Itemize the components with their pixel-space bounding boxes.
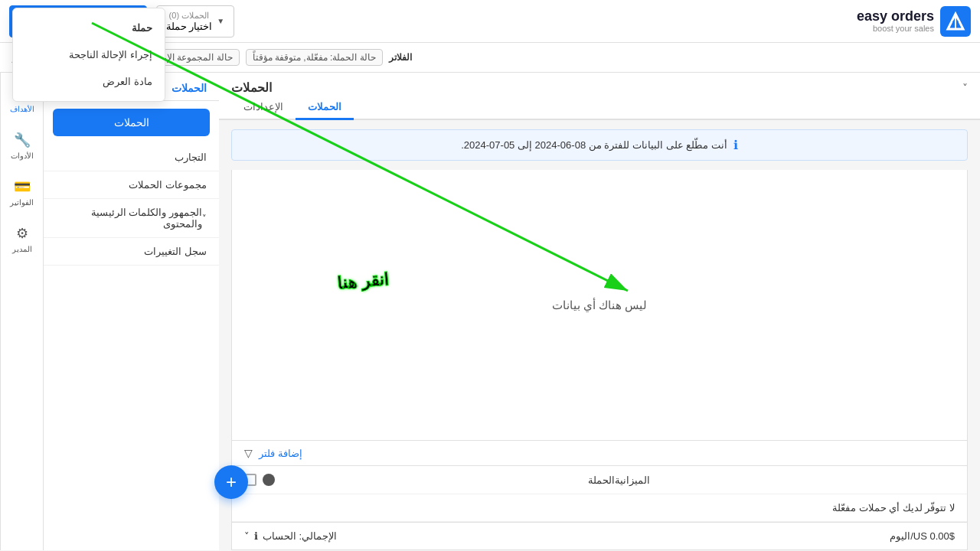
campaign-section-header: ˅ الحملات	[219, 73, 980, 95]
col-campaign-header: الحملة	[275, 474, 615, 486]
no-campaigns-text: لا تتوفّر لديك أي حملات مفعّلة	[832, 502, 955, 514]
tools-label: الأدوات	[11, 152, 34, 160]
mid-panel: الحملات الحملات التجارب مجموعات الحملات …	[43, 73, 219, 550]
card-icon: 💳	[14, 178, 31, 195]
logo: easy orders boost your sales	[802, 6, 971, 37]
campaign-section-title: الحملات	[231, 80, 272, 95]
logo-sub-text: boost your sales	[857, 24, 934, 33]
no-data-area: ليس هناك أي بيانات	[231, 170, 968, 441]
logo-text: easy orders boost your sales	[857, 9, 934, 34]
fab-add-button[interactable]: +	[214, 465, 248, 499]
filter-funnel-icon[interactable]: ▽	[244, 447, 253, 459]
col-budget-header: الميزانية	[615, 474, 955, 486]
total-label: الإجمالي: الحساب	[263, 530, 337, 542]
audience-label: الجمهور والكلمات الرئيسية والمحتوى	[56, 207, 202, 230]
total-value: $US 0.00/اليوم	[890, 530, 955, 542]
expand-chevron-icon[interactable]: ˅	[244, 530, 250, 542]
popup-item-asset[interactable]: مادة العرض	[13, 68, 165, 95]
main-layout: ˅ الحملات الحملات الإعدادات ℹ أنت مطّلع …	[0, 73, 980, 550]
plus-icon: +	[226, 471, 237, 493]
tools-icon: 🔧	[14, 132, 31, 148]
no-campaigns-row: لا تتوفّر لديك أي حملات مفعّلة	[232, 494, 967, 522]
audience-chevron-icon: ˅	[202, 214, 207, 223]
popup-item-campaign[interactable]: حملة	[13, 15, 165, 41]
table-toggle-controls	[244, 474, 275, 486]
table-filter-bar: إضافة فلتر ▽	[231, 441, 968, 466]
mid-panel-changes[interactable]: سجل التغييرات	[44, 238, 219, 266]
info-icon: ℹ	[733, 138, 738, 152]
no-data-text: ليس هناك أي بيانات	[552, 298, 648, 312]
settings-gear-icon: ⚙	[16, 225, 28, 242]
sidebar-item-tools[interactable]: 🔧 الأدوات	[11, 132, 34, 160]
mid-panel-campaign-groups[interactable]: مجموعات الحملات	[44, 171, 219, 199]
mid-panel-experiments[interactable]: التجارب	[44, 144, 219, 171]
filter-label: الفلاتر	[389, 52, 412, 63]
mid-panel-audience-section[interactable]: ˅ الجمهور والكلمات الرئيسية والمحتوى	[44, 199, 219, 238]
sidebar-item-invoices[interactable]: 💳 الفواتير	[10, 178, 34, 207]
info-text: أنت مطّلع على البيانات للفترة من 08-06-2…	[461, 139, 727, 151]
tab-settings[interactable]: الإعدادات	[231, 95, 296, 119]
total-label-area: الإجمالي: الحساب ℹ ˅	[244, 530, 337, 542]
campaign-selector-btn[interactable]: ▼ الحملات (0) اختيار حملة	[156, 5, 235, 37]
campaigns-table: الميزانية الحملة لا تتوفّر لديك أي حملات…	[231, 466, 968, 523]
toggle-circle[interactable]	[263, 474, 275, 486]
tabs: الحملات الإعدادات	[219, 95, 980, 120]
logo-icon	[940, 6, 971, 37]
tab-campaigns[interactable]: الحملات	[296, 95, 354, 119]
collapse-chevron-icon[interactable]: ˅	[962, 82, 968, 94]
icon-sidebar: 🎯 الأهداف 🔧 الأدوات 💳 الفواتير ⚙ المدير	[0, 73, 43, 550]
add-filter-btn[interactable]: إضافة فلتر	[259, 448, 302, 459]
info-bar: ℹ أنت مطّلع على البيانات للفترة من 08-06…	[231, 129, 968, 161]
popup-item-conversion[interactable]: إجراء الإحالة الناجحة	[13, 41, 165, 68]
info-circle-icon: ℹ	[254, 530, 258, 542]
invoices-label: الفواتير	[10, 198, 34, 207]
popup-menu: حملة إجراء الإحالة الناجحة مادة العرض	[12, 8, 165, 102]
total-row: $US 0.00/اليوم الإجمالي: الحساب ℹ ˅	[231, 523, 968, 550]
settings-label: المدير	[12, 245, 32, 253]
sidebar-item-settings[interactable]: ⚙ المدير	[12, 225, 32, 253]
goals-label: الأهداف	[10, 105, 34, 113]
content-area: ˅ الحملات الحملات الإعدادات ℹ أنت مطّلع …	[219, 73, 980, 550]
campaigns-main-btn[interactable]: الحملات	[53, 109, 210, 136]
campaign-status-chip[interactable]: حالة الحملة: مفعّلة, متوقفة مؤقتاً	[246, 49, 383, 66]
table-header-row: الميزانية الحملة	[232, 466, 967, 494]
logo-main-text: easy orders	[857, 9, 934, 24]
chevron-down-icon: ▼	[217, 17, 224, 25]
